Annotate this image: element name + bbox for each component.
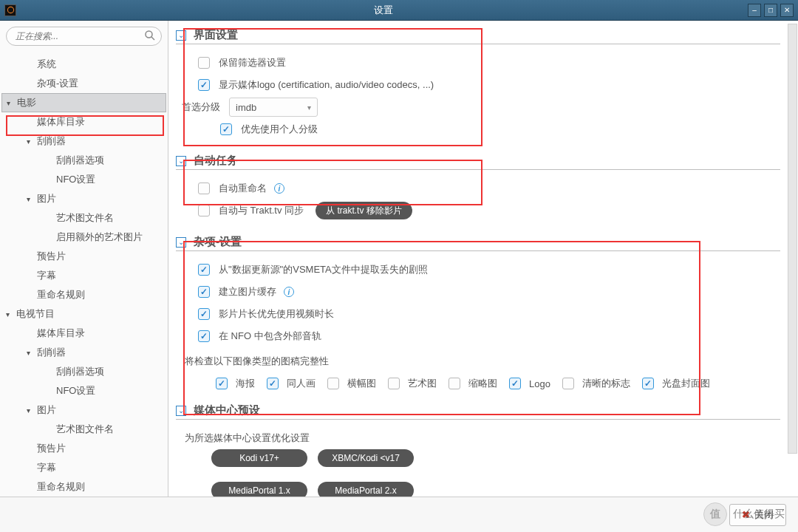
presets-subtitle: 为所选媒体中心设置优化设置 bbox=[185, 432, 310, 445]
sidebar-item[interactable]: 重命名规则 bbox=[0, 285, 168, 304]
section-auto: ⌄ 自动任务 自动重命名 i 自动与 Trakt.tv 同步 从 trakt.t… bbox=[176, 154, 780, 222]
chevron-down-icon: ▾ bbox=[307, 103, 311, 112]
preset-button[interactable]: Kodi v17+ bbox=[211, 449, 307, 467]
sidebar-item[interactable]: 预告片 bbox=[0, 439, 168, 458]
search-input[interactable] bbox=[6, 27, 162, 46]
sidebar-item[interactable]: 重命名规则 bbox=[0, 477, 168, 497]
sidebar-item[interactable]: 字幕 bbox=[0, 266, 168, 285]
artwork-type-label: 光盘封面图 bbox=[662, 377, 710, 390]
artwork-type-option[interactable]: 光盘封面图 bbox=[642, 377, 710, 390]
sidebar-item[interactable]: 电影 bbox=[1, 93, 166, 112]
sidebar-item[interactable]: 刮削器 bbox=[0, 132, 168, 151]
artwork-type-option[interactable]: 清晰的标志 bbox=[562, 377, 630, 390]
close-button[interactable]: ✖ 关闭 bbox=[729, 504, 786, 526]
close-button-label: 关闭 bbox=[754, 508, 774, 522]
artwork-type-checkbox[interactable] bbox=[216, 378, 228, 389]
section-toggle[interactable]: ⌄ bbox=[176, 406, 186, 416]
sidebar-item[interactable]: NFO设置 bbox=[0, 170, 168, 189]
preset-button[interactable]: XBMC/Kodi <v17 bbox=[318, 449, 414, 467]
sidebar-item[interactable]: 刮削器 bbox=[0, 343, 168, 362]
preset-button[interactable]: MediaPortal 2.x bbox=[318, 482, 414, 497]
titlebar: 设置 – □ ✕ bbox=[0, 0, 798, 21]
artwork-type-label: 缩略图 bbox=[468, 377, 497, 390]
minimize-button[interactable]: – bbox=[748, 4, 761, 17]
sidebar-item[interactable]: 杂项-设置 bbox=[0, 74, 168, 93]
artwork-type-label: 海报 bbox=[236, 377, 255, 390]
sidebar-item[interactable]: 系统 bbox=[0, 55, 168, 74]
auto-trakt-checkbox[interactable] bbox=[198, 205, 210, 216]
nfoaudio-checkbox[interactable] bbox=[198, 330, 210, 342]
settings-content: ⌄ 界面设置 保留筛选器设置 显示媒体logo (certification, … bbox=[168, 21, 798, 497]
app-icon bbox=[4, 4, 16, 16]
sidebar-item[interactable]: 图片 bbox=[0, 400, 168, 420]
runtime-checkbox[interactable] bbox=[198, 308, 210, 320]
sidebar-item[interactable]: 预告片 bbox=[0, 247, 168, 266]
svg-point-1 bbox=[146, 31, 152, 38]
auto-rename-checkbox[interactable] bbox=[198, 183, 210, 194]
svg-line-2 bbox=[151, 37, 154, 40]
preset-button[interactable]: MediaPortal 1.x bbox=[211, 482, 307, 497]
sidebar-item[interactable]: 图片 bbox=[0, 189, 168, 208]
sidebar-item[interactable]: 艺术图文件名 bbox=[0, 420, 168, 439]
artwork-type-option[interactable]: 海报 bbox=[216, 377, 255, 390]
close-window-button[interactable]: ✕ bbox=[780, 4, 794, 17]
section-title: 自动任务 bbox=[194, 154, 238, 168]
maximize-button[interactable]: □ bbox=[764, 4, 777, 17]
artwork-type-checkbox[interactable] bbox=[449, 378, 460, 389]
imgcache-label: 建立图片缓存 bbox=[219, 285, 276, 299]
trakt-remove-button[interactable]: 从 trakt.tv 移除影片 bbox=[316, 202, 412, 219]
artwork-type-checks: 海报同人画横幅图艺术图缩略图Logo清晰的标志光盘封面图 bbox=[176, 377, 780, 390]
section-toggle[interactable]: ⌄ bbox=[176, 237, 186, 248]
prefer-personal-rating-checkbox[interactable] bbox=[220, 123, 232, 135]
artwork-type-checkbox[interactable] bbox=[327, 378, 339, 389]
artwork-type-checkbox[interactable] bbox=[509, 378, 521, 389]
prefer-personal-rating-label: 优先使用个人分级 bbox=[241, 123, 318, 136]
artwork-type-option[interactable]: 同人画 bbox=[267, 377, 316, 390]
sidebar-item[interactable]: 启用额外的艺术图片 bbox=[0, 228, 168, 247]
sidebar-item[interactable]: 媒体库目录 bbox=[0, 324, 168, 343]
artwork-type-checkbox[interactable] bbox=[388, 378, 400, 389]
vsmeta-label: 从"数据更新源"的VSMETA文件中提取丢失的剧照 bbox=[219, 263, 428, 276]
artwork-type-option[interactable]: 横幅图 bbox=[327, 377, 376, 390]
artwork-type-checkbox[interactable] bbox=[642, 378, 654, 389]
section-toggle[interactable]: ⌄ bbox=[176, 30, 186, 41]
section-toggle[interactable]: ⌄ bbox=[176, 156, 186, 166]
vsmeta-checkbox[interactable] bbox=[198, 264, 210, 276]
artwork-type-label: 横幅图 bbox=[347, 377, 376, 390]
rating-select[interactable]: imdb ▾ bbox=[229, 98, 318, 117]
artcheck-label: 将检查以下图像类型的图稿完整性 bbox=[185, 355, 329, 368]
keep-filter-checkbox[interactable] bbox=[198, 57, 210, 69]
section-title: 界面设置 bbox=[194, 28, 238, 42]
artwork-type-option[interactable]: 艺术图 bbox=[388, 377, 437, 390]
sidebar-item[interactable]: 刮削器选项 bbox=[0, 362, 168, 381]
sidebar-item[interactable]: 电视节目 bbox=[0, 304, 168, 324]
artwork-type-label: 同人画 bbox=[287, 377, 316, 390]
rating-value: imdb bbox=[236, 102, 256, 113]
keep-filter-label: 保留筛选器设置 bbox=[219, 56, 286, 69]
sidebar-item[interactable]: 艺术图文件名 bbox=[0, 208, 168, 228]
info-icon[interactable]: i bbox=[274, 183, 284, 194]
show-logo-checkbox[interactable] bbox=[198, 79, 210, 91]
footer: ✖ 关闭 bbox=[0, 497, 798, 532]
svg-point-0 bbox=[7, 7, 13, 13]
section-title: 杂项-设置 bbox=[194, 235, 242, 249]
artwork-type-label: Logo bbox=[529, 378, 550, 389]
search-icon bbox=[144, 30, 156, 44]
artwork-type-label: 艺术图 bbox=[408, 377, 437, 390]
runtime-label: 影片片长优先使用视频时长 bbox=[219, 307, 334, 321]
sidebar-item[interactable]: 字幕 bbox=[0, 458, 168, 477]
artwork-type-checkbox[interactable] bbox=[267, 378, 279, 389]
auto-trakt-label: 自动与 Trakt.tv 同步 bbox=[219, 204, 304, 217]
sidebar-item[interactable]: 刮削器选项 bbox=[0, 151, 168, 170]
sidebar-item[interactable]: NFO设置 bbox=[0, 381, 168, 400]
artwork-type-option[interactable]: 缩略图 bbox=[449, 377, 497, 390]
sidebar: 系统杂项-设置电影媒体库目录刮削器刮削器选项NFO设置图片艺术图文件名启用额外的… bbox=[0, 21, 168, 497]
info-icon[interactable]: i bbox=[284, 287, 294, 297]
artwork-type-option[interactable]: Logo bbox=[509, 377, 550, 390]
sidebar-item[interactable]: 媒体库目录 bbox=[0, 112, 168, 132]
artwork-type-checkbox[interactable] bbox=[562, 378, 574, 389]
section-misc: ⌄ 杂项-设置 从"数据更新源"的VSMETA文件中提取丢失的剧照 建立图片缓存… bbox=[176, 235, 780, 390]
imgcache-checkbox[interactable] bbox=[198, 286, 210, 298]
section-title: 媒体中心预设 bbox=[194, 403, 260, 417]
section-ui: ⌄ 界面设置 保留筛选器设置 显示媒体logo (certification, … bbox=[176, 28, 780, 140]
